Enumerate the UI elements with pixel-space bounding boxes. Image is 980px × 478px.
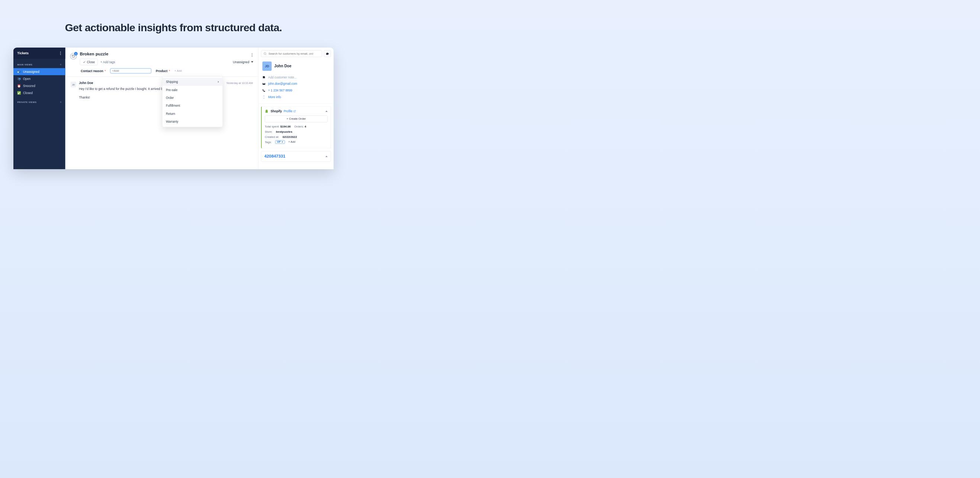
add-main-view-button[interactable]: +	[60, 63, 62, 67]
remove-tag-icon[interactable]: ✕	[282, 141, 283, 143]
inbox-icon: 📬	[17, 70, 21, 74]
dropdown-item-return[interactable]: Return	[162, 110, 223, 118]
sidebar-item-label: Unassigned	[23, 70, 40, 74]
sidebar-item-closed[interactable]: ✅ Closed	[13, 89, 65, 96]
customer-email[interactable]: john.doe@gmail.com	[268, 82, 297, 86]
message-timestamp: Yesterday at 10:33 AM	[226, 81, 253, 84]
message-row: JD John Doe Yesterday at 10:33 AM Hey I'…	[71, 81, 253, 100]
chevron-right-icon	[218, 81, 219, 83]
customer-note-button[interactable]: Add customer note...	[262, 74, 330, 81]
product-add-button[interactable]: + Add	[174, 69, 182, 73]
sidebar-title: Tickets	[17, 51, 29, 55]
dropdown-item-fulfillment[interactable]: Fulfillment	[162, 102, 223, 110]
add-tag-button[interactable]: + Add	[288, 140, 295, 143]
dropdown-item-presale[interactable]: Pre-sale	[162, 86, 223, 94]
product-label: Product	[156, 69, 167, 73]
clock-icon: ⏰	[17, 84, 21, 88]
check-icon: ✅	[17, 91, 21, 95]
main-views-label: MAIN VIEWS	[17, 63, 32, 66]
shopify-profile-link[interactable]: Profile	[284, 110, 296, 113]
dropdown-item-warranty[interactable]: Warranty	[162, 118, 223, 125]
ticket-menu-icon[interactable]	[251, 52, 253, 58]
close-button[interactable]: Close	[80, 59, 98, 65]
app-window: Tickets MAIN VIEWS + 📬 Unassigned 📭 Open…	[13, 48, 334, 169]
customer-search-input[interactable]	[261, 50, 322, 57]
sidebar-item-snoozed[interactable]: ⏰ Snoozed	[13, 82, 65, 89]
customer-phone[interactable]: + 1 234 567 8899	[268, 89, 292, 92]
phone-icon	[262, 89, 266, 92]
dropdown-item-shipping[interactable]: Shipping	[162, 78, 223, 86]
collapse-icon[interactable]	[325, 156, 328, 157]
orders-count: 4	[304, 125, 306, 128]
sidebar-item-label: Closed	[23, 91, 33, 95]
contact-reason-input[interactable]	[110, 68, 151, 74]
avatar: JD	[71, 82, 76, 87]
expand-icon	[262, 95, 266, 98]
tag-vip: VIP ✕	[275, 140, 285, 144]
contact-reason-label: Contact reason	[81, 69, 103, 73]
settings-button[interactable]	[324, 50, 331, 57]
shopify-title: Shopify	[270, 110, 282, 113]
shopify-card: Shopify Profile + Create Order Total spe…	[261, 106, 331, 148]
add-tags-button[interactable]: + Add tags	[100, 60, 115, 64]
ticket-pane: 1 Broken puzzle Close + Add tags	[65, 48, 258, 169]
email-icon	[262, 82, 266, 85]
ticket-title: Broken puzzle	[80, 52, 253, 57]
more-info-button[interactable]: More info	[262, 94, 330, 100]
chevron-down-icon	[251, 61, 253, 63]
contact-reason-dropdown: Shipping Pre-sale Order Fulfillment Retu…	[162, 76, 223, 127]
external-link-icon	[293, 110, 296, 113]
assignee-dropdown[interactable]: Unassigned	[233, 60, 253, 64]
svg-point-0	[264, 52, 266, 54]
sidebar-item-label: Open	[23, 77, 30, 81]
dropdown-item-order[interactable]: Order	[162, 94, 223, 102]
history-icon[interactable]: 1	[70, 53, 77, 59]
hero-headline: Get actionable insights from structured …	[0, 0, 347, 47]
sidebar-menu-icon[interactable]	[59, 51, 62, 56]
order-card: 420847331	[261, 151, 331, 162]
customer-pane: JD John Doe Add customer note... john.do…	[258, 48, 334, 169]
created-date: 02/22/2022	[283, 135, 297, 139]
customer-avatar: JD	[262, 61, 272, 71]
history-count-badge: 1	[74, 52, 78, 56]
sidebar-item-label: Snoozed	[23, 84, 35, 88]
total-spent-value: $194.06	[280, 125, 291, 128]
message-author: John Doe	[79, 81, 93, 85]
mailbox-icon: 📭	[17, 77, 21, 81]
store-name: bestpuzzles	[276, 130, 292, 133]
add-private-view-button[interactable]: +	[60, 100, 62, 104]
search-field[interactable]	[269, 52, 319, 56]
private-views-label: PRIVATE VIEWS	[17, 101, 37, 104]
sidebar-item-open[interactable]: 📭 Open	[13, 75, 65, 82]
order-number-link[interactable]: 420847331	[264, 154, 286, 159]
shopify-icon	[265, 109, 269, 113]
sidebar-item-unassigned[interactable]: 📬 Unassigned	[13, 68, 65, 75]
collapse-icon[interactable]	[325, 111, 328, 112]
customer-name: John Doe	[274, 64, 291, 68]
create-order-button[interactable]: + Create Order	[265, 116, 328, 122]
sidebar: Tickets MAIN VIEWS + 📬 Unassigned 📭 Open…	[13, 48, 65, 169]
